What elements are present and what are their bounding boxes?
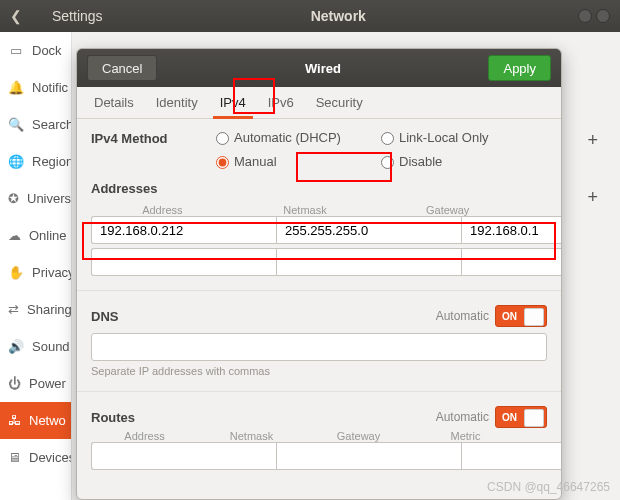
back-icon[interactable]: ❮ xyxy=(10,8,22,24)
sidebar-item-cloud[interactable]: ☁Online xyxy=(0,217,71,254)
power-icon: ⏻ xyxy=(8,375,21,391)
radio-automatic[interactable]: Automatic (DHCP) xyxy=(211,129,376,145)
tab-ipv6[interactable]: IPv6 xyxy=(257,87,305,118)
route-row: ✕ xyxy=(91,442,547,470)
radio-linklocal[interactable]: Link-Local Only xyxy=(376,129,536,145)
sidebar-item-bell[interactable]: 🔔Notific xyxy=(0,69,71,106)
routes-label: Routes xyxy=(91,410,135,425)
sidebar-item-devices[interactable]: 🖥Devices xyxy=(0,439,71,476)
col-address: Address xyxy=(91,204,234,216)
sidebar-item-label: Sound xyxy=(32,339,70,354)
sidebar-item-label: Sharing xyxy=(27,302,72,317)
settings-titlebar: ❮ Settings Network xyxy=(0,0,620,32)
cancel-button[interactable]: Cancel xyxy=(87,55,157,81)
dns-automatic-toggle[interactable]: ON xyxy=(495,305,547,327)
address-row-empty: ✕ xyxy=(91,248,547,276)
sidebar-item-access[interactable]: ✪Univers xyxy=(0,180,71,217)
address-input[interactable] xyxy=(91,216,276,244)
col-address: Address xyxy=(91,430,198,442)
settings-panel-title: Network xyxy=(103,8,574,24)
sidebar-item-label: Notific xyxy=(32,80,68,95)
dialog-body: IPv4 Method Automatic (DHCP) Link-Local … xyxy=(77,119,561,499)
radio-manual[interactable]: Manual xyxy=(211,153,376,169)
dns-hint: Separate IP addresses with commas xyxy=(91,365,547,377)
connection-editor-dialog: Cancel Wired Apply DetailsIdentityIPv4IP… xyxy=(76,48,562,500)
dock-icon: ▭ xyxy=(8,42,24,58)
watermark: CSDN @qq_46647265 xyxy=(487,480,610,494)
window-close-icon[interactable] xyxy=(596,9,610,23)
address-row: ✕ xyxy=(91,216,547,244)
settings-title: Settings xyxy=(52,8,103,24)
network-icon: 🖧 xyxy=(8,412,21,428)
gateway-input[interactable] xyxy=(461,248,561,276)
ipv4-method-label: IPv4 Method xyxy=(91,131,211,146)
share-icon: ⇄ xyxy=(8,301,19,317)
gateway-input[interactable] xyxy=(461,216,561,244)
search-icon: 🔍 xyxy=(8,116,24,132)
sidebar-item-dock[interactable]: ▭Dock xyxy=(0,32,71,69)
sidebar-item-label: Dock xyxy=(32,43,62,58)
tab-security[interactable]: Security xyxy=(305,87,374,118)
globe-icon: 🌐 xyxy=(8,153,24,169)
sidebar-item-search[interactable]: 🔍Search xyxy=(0,106,71,143)
sidebar-item-label: Search xyxy=(32,117,72,132)
address-input[interactable] xyxy=(91,248,276,276)
sidebar-item-globe[interactable]: 🌐Region xyxy=(0,143,71,180)
sidebar-item-power[interactable]: ⏻Power xyxy=(0,365,71,402)
sidebar-item-label: Devices xyxy=(29,450,72,465)
route-address-input[interactable] xyxy=(91,442,276,470)
addresses-label: Addresses xyxy=(91,181,547,196)
tab-identity[interactable]: Identity xyxy=(145,87,209,118)
sidebar-item-label: Power xyxy=(29,376,66,391)
route-netmask-input[interactable] xyxy=(276,442,461,470)
network-add-buttons: + + xyxy=(587,130,598,208)
radio-disable[interactable]: Disable xyxy=(376,153,536,169)
dns-label: DNS xyxy=(91,309,118,324)
automatic-label: Automatic xyxy=(436,410,489,424)
tab-details[interactable]: Details xyxy=(83,87,145,118)
sidebar-item-label: Privacy xyxy=(32,265,72,280)
devices-icon: 🖥 xyxy=(8,449,21,465)
sidebar-item-label: Netwo xyxy=(29,413,66,428)
sound-icon: 🔊 xyxy=(8,338,24,354)
cloud-icon: ☁ xyxy=(8,227,21,243)
add-icon[interactable]: + xyxy=(587,187,598,208)
add-icon[interactable]: + xyxy=(587,130,598,151)
sidebar-item-label: Online xyxy=(29,228,67,243)
sidebar-item-sound[interactable]: 🔊Sound xyxy=(0,328,71,365)
sidebar-item-label: Region xyxy=(32,154,72,169)
tab-ipv4[interactable]: IPv4 xyxy=(209,87,257,118)
netmask-input[interactable] xyxy=(276,216,461,244)
access-icon: ✪ xyxy=(8,190,19,206)
automatic-label: Automatic xyxy=(436,309,489,323)
col-netmask: Netmask xyxy=(234,204,377,216)
window-min-icon[interactable] xyxy=(578,9,592,23)
col-netmask: Netmask xyxy=(198,430,305,442)
sidebar-item-network[interactable]: 🖧Netwo xyxy=(0,402,71,439)
col-gateway: Gateway xyxy=(376,204,519,216)
apply-button[interactable]: Apply xyxy=(488,55,551,81)
routes-automatic-toggle[interactable]: ON xyxy=(495,406,547,428)
dialog-title: Wired xyxy=(157,61,488,76)
dialog-header: Cancel Wired Apply xyxy=(77,49,561,87)
sidebar-item-hand[interactable]: ✋Privacy xyxy=(0,254,71,291)
netmask-input[interactable] xyxy=(276,248,461,276)
bell-icon: 🔔 xyxy=(8,79,24,95)
col-metric: Metric xyxy=(412,430,519,442)
hand-icon: ✋ xyxy=(8,264,24,280)
route-gateway-input[interactable] xyxy=(461,442,561,470)
dialog-tabs: DetailsIdentityIPv4IPv6Security xyxy=(77,87,561,119)
sidebar-item-label: Univers xyxy=(27,191,71,206)
col-gateway: Gateway xyxy=(305,430,412,442)
dns-input[interactable] xyxy=(91,333,547,361)
sidebar-item-share[interactable]: ⇄Sharing xyxy=(0,291,71,328)
settings-sidebar: ▭Dock🔔Notific🔍Search🌐Region✪Univers☁Onli… xyxy=(0,32,72,500)
